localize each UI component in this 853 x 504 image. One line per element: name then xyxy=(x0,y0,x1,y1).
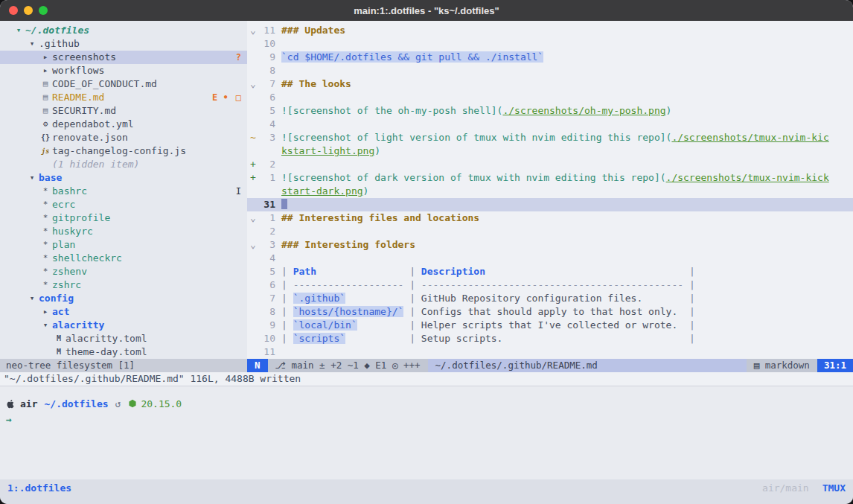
minimize-button[interactable] xyxy=(24,6,33,15)
tree-item-huskyrc[interactable]: *huskyrc xyxy=(0,225,247,238)
editor-line[interactable]: ⌄11### Updates xyxy=(247,24,853,37)
markdown-file-icon: ▤ xyxy=(39,104,52,118)
tree-item-plan[interactable]: *plan xyxy=(0,238,247,252)
editor-line[interactable]: 8| `hosts/{hostname}/` | Configs that sh… xyxy=(247,305,853,319)
line-text: kstart-light.png) xyxy=(281,144,853,158)
tree-item-badge: ? xyxy=(236,51,241,64)
tree-item-tag-changelog-config-js[interactable]: jstag-changelog-config.js xyxy=(0,144,247,158)
line-text xyxy=(281,225,853,238)
zoom-button[interactable] xyxy=(39,6,48,15)
tree-item-screenshots[interactable]: ▸screenshots? xyxy=(0,51,247,64)
folder-icon: ▸ xyxy=(39,51,52,64)
tree-item-label: .github xyxy=(39,37,80,51)
tree-item-label: dependabot.yml xyxy=(52,118,134,131)
editor-line[interactable]: ~3![screenshot of light version of tmux … xyxy=(247,131,853,144)
tree-item-zshrc[interactable]: *zshrc xyxy=(0,278,247,292)
editor-line[interactable]: +2 xyxy=(247,158,853,171)
titlebar: main:1:.dotfiles - "ks~/.dotfiles" xyxy=(0,0,853,21)
tree-item-label: huskyrc xyxy=(52,225,93,238)
text-segment: | xyxy=(689,266,695,277)
editor-line[interactable]: 2 xyxy=(247,225,853,238)
line-number: 8 xyxy=(259,305,281,319)
tree-item-alacritty-toml[interactable]: Malacritty.toml xyxy=(0,332,247,345)
editor-line[interactable]: 8 xyxy=(247,64,853,77)
line-text: start-dark.png) xyxy=(281,185,853,198)
editor-line[interactable]: 11 xyxy=(247,345,853,359)
tree-item-readme-md[interactable]: ▤README.mdE •□ xyxy=(0,91,247,104)
tree-item-label: renovate.json xyxy=(52,131,128,144)
text-segment: ./screenshots/oh-my-posh.png xyxy=(502,105,665,116)
line-text xyxy=(281,158,853,171)
terminal-window: main:1:.dotfiles - "ks~/.dotfiles" ▾~/.d… xyxy=(0,0,853,504)
tree-item-theme-day-toml[interactable]: Mtheme-day.toml xyxy=(0,345,247,359)
editor-cursor-line[interactable]: 31 xyxy=(247,198,853,211)
editor-line[interactable]: 10| `scripts` | Setup scripts. | xyxy=(247,332,853,345)
editor-line[interactable]: 4 xyxy=(247,252,853,265)
shell-file-icon: * xyxy=(39,265,52,278)
text-segment: `.github` xyxy=(293,293,345,304)
tree-item-gitprofile[interactable]: *gitprofile xyxy=(0,211,247,225)
shell-pane[interactable]: air ~/.dotfiles ↺ 20.15.0 → xyxy=(0,386,853,479)
text-segment: ) xyxy=(374,145,380,156)
tree-item-ecrc[interactable]: *ecrc xyxy=(0,198,247,211)
tree-item-1-hidden-item[interactable]: (1 hidden item) xyxy=(0,158,247,171)
statusline: neo-tree filesystem [1] N ⎇ main ± +2 ~1… xyxy=(0,359,853,372)
tree-item-config[interactable]: ▾config xyxy=(0,292,247,305)
tmux-statusbar: 1:.dotfiles air/main TMUX xyxy=(0,479,853,496)
text-segment: ./screenshots/tmux-nvim-kic xyxy=(671,132,828,143)
shell-file-icon: * xyxy=(39,238,52,252)
tree-item-dotfiles[interactable]: ▾~/.dotfiles xyxy=(0,24,247,37)
tree-item-dependabot-yml[interactable]: ⚙dependabot.yml xyxy=(0,118,247,131)
text-segment: kstart-light.png xyxy=(281,145,374,156)
folder-open-icon: ▾ xyxy=(25,171,39,185)
editor-line[interactable]: ⌄7## The looks xyxy=(247,77,853,91)
shell-file-icon: * xyxy=(39,252,52,265)
tree-item-badges: I xyxy=(236,185,241,198)
editor-line[interactable]: 10 xyxy=(247,37,853,51)
tree-item-label: workflows xyxy=(52,64,104,77)
editor-line[interactable]: 6 xyxy=(247,91,853,104)
tree-item-github[interactable]: ▾.github xyxy=(0,37,247,51)
tree-item-code-of-conduct-md[interactable]: ▤CODE_OF_CONDUCT.md xyxy=(0,77,247,91)
close-button[interactable] xyxy=(9,6,18,15)
toml-file-icon: M xyxy=(52,332,66,345)
gutter-sign: ~ xyxy=(247,131,259,144)
line-text xyxy=(281,118,853,131)
editor-line[interactable]: +1![screenshot of dark version of tmux w… xyxy=(247,171,853,185)
text-segment: ) xyxy=(666,105,672,116)
tree-item-renovate-json[interactable]: {}renovate.json xyxy=(0,131,247,144)
line-number: 9 xyxy=(259,319,281,332)
tree-item-bashrc[interactable]: *bashrcI xyxy=(0,185,247,198)
line-text: | `local/bin` | Helper scripts that I've… xyxy=(281,319,853,332)
gutter-sign xyxy=(247,252,259,265)
text-segment: | xyxy=(409,293,421,304)
editor-line[interactable]: 9`cd $HOME/.dotfiles && git pull && ./in… xyxy=(247,51,853,64)
tree-item-security-md[interactable]: ▤SECURITY.md xyxy=(0,104,247,118)
tree-item-workflows[interactable]: ▸workflows xyxy=(0,64,247,77)
tree-item-shellcheckrc[interactable]: *shellcheckrc xyxy=(0,252,247,265)
editor-pane[interactable]: ⌄11### Updates 10 9`cd $HOME/.dotfiles &… xyxy=(247,21,853,359)
text-segment xyxy=(677,319,689,331)
js-file-icon: js xyxy=(39,144,52,158)
text-segment: `hosts/{hostname}/` xyxy=(293,306,404,317)
tree-item-act[interactable]: ▸act xyxy=(0,305,247,319)
tmux-window-name[interactable]: 1:.dotfiles xyxy=(7,482,71,494)
editor-line[interactable]: ⌄1## Interesting files and locations xyxy=(247,211,853,225)
editor-line[interactable]: 7| `.github` | GitHub Repository configu… xyxy=(247,292,853,305)
text-segment xyxy=(345,293,409,304)
editor-line[interactable]: 6| ------------------- | ---------------… xyxy=(247,278,853,292)
text-segment xyxy=(502,333,689,344)
editor-line[interactable]: ⌄3### Interesting folders xyxy=(247,238,853,252)
editor-line[interactable]: 5![screenshot of the oh-my-posh shell](.… xyxy=(247,104,853,118)
tree-item-base[interactable]: ▾base xyxy=(0,171,247,185)
editor-line[interactable]: 9| `local/bin` | Helper scripts that I'v… xyxy=(247,319,853,332)
text-segment: | xyxy=(281,319,293,331)
editor-line[interactable]: 4 xyxy=(247,118,853,131)
tree-item-zshenv[interactable]: *zshenv xyxy=(0,265,247,278)
editor-line[interactable]: 5| Path | Description | xyxy=(247,265,853,278)
tree-item-alacritty[interactable]: ▾alacritty xyxy=(0,319,247,332)
editor-wrapped-line[interactable]: start-dark.png) xyxy=(247,185,853,198)
editor-wrapped-line[interactable]: kstart-light.png) xyxy=(247,144,853,158)
text-segment: | xyxy=(281,266,293,277)
gutter-sign xyxy=(247,292,259,305)
